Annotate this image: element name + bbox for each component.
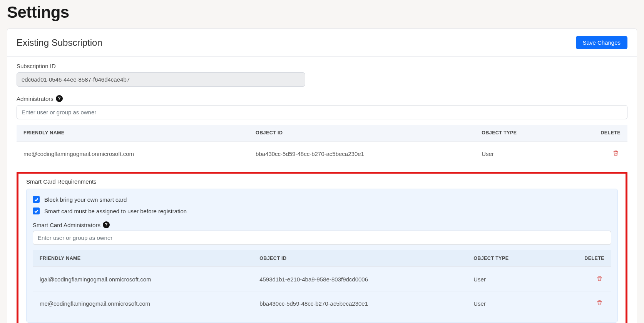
- card-body: Subscription ID Administrators ? Friendl…: [7, 57, 637, 323]
- cell-object-type: User: [467, 267, 553, 291]
- col-object-type: Object Type: [467, 250, 553, 267]
- administrators-table: Friendly Name Object ID Object Type Dele…: [17, 125, 627, 166]
- check-assign-before-registration-label: Smart card must be assigned to user befo…: [44, 208, 187, 214]
- col-object-id: Object ID: [253, 250, 467, 267]
- trash-icon: [612, 149, 619, 157]
- administrators-label: Administrators: [17, 95, 54, 102]
- help-icon[interactable]: ?: [56, 95, 63, 102]
- cell-object-id: bba430cc-5d59-48cc-b270-ac5beca230e1: [253, 291, 467, 315]
- smart-card-section-title: Smart Card Requirenments: [26, 178, 618, 185]
- subscription-id-field: [17, 72, 305, 87]
- check-block-byo-card[interactable]: [33, 196, 40, 203]
- save-changes-button[interactable]: Save Changes: [576, 36, 627, 49]
- table-row: me@codingflamingogmail.onmicrosoft.com b…: [17, 141, 627, 166]
- smartcard-admins-input[interactable]: [33, 231, 611, 245]
- cell-friendly-name: me@codingflamingogmail.onmicrosoft.com: [17, 141, 249, 166]
- col-delete: Delete: [554, 250, 611, 267]
- smart-card-panel: Block bring your own smart card Smart ca…: [26, 189, 618, 323]
- subscription-id-label: Subscription ID: [17, 63, 627, 69]
- cell-friendly-name: igal@codingflamingogmail.onmicrosoft.com: [33, 267, 253, 291]
- col-friendly-name: Friendly Name: [17, 125, 249, 141]
- col-object-type: Object Type: [475, 125, 566, 141]
- smartcard-admins-table: Friendly Name Object ID Object Type Dele…: [33, 250, 611, 315]
- col-friendly-name: Friendly Name: [33, 250, 253, 267]
- check-assign-before-registration[interactable]: [33, 208, 40, 214]
- administrators-input[interactable]: [17, 105, 627, 119]
- trash-icon: [596, 275, 603, 282]
- col-delete: Delete: [566, 125, 627, 141]
- delete-row-button[interactable]: [611, 148, 621, 159]
- cell-object-type: User: [467, 291, 553, 315]
- page-title: Settings: [7, 3, 637, 22]
- cell-object-id: bba430cc-5d59-48cc-b270-ac5beca230e1: [249, 141, 475, 166]
- settings-card: Existing Subscription Save Changes Subsc…: [7, 28, 637, 323]
- smart-card-section-highlight: Smart Card Requirenments Block bring you…: [17, 172, 627, 323]
- cell-friendly-name: me@codingflamingogmail.onmicrosoft.com: [33, 291, 253, 315]
- delete-row-button[interactable]: [595, 273, 604, 285]
- card-header: Existing Subscription Save Changes: [7, 29, 637, 57]
- cell-object-type: User: [475, 141, 566, 166]
- col-object-id: Object ID: [249, 125, 475, 141]
- table-row: igal@codingflamingogmail.onmicrosoft.com…: [33, 267, 611, 291]
- check-block-byo-card-label: Block bring your own smart card: [44, 196, 127, 203]
- delete-row-button[interactable]: [595, 298, 604, 309]
- trash-icon: [596, 299, 603, 306]
- table-row: me@codingflamingogmail.onmicrosoft.com b…: [33, 291, 611, 315]
- card-title: Existing Subscription: [17, 37, 102, 48]
- help-icon[interactable]: ?: [103, 221, 110, 228]
- cell-object-id: 4593d1b1-e210-4ba9-958e-803f9dcd0006: [253, 267, 467, 291]
- smartcard-admins-label: Smart Card Administrators: [33, 222, 100, 228]
